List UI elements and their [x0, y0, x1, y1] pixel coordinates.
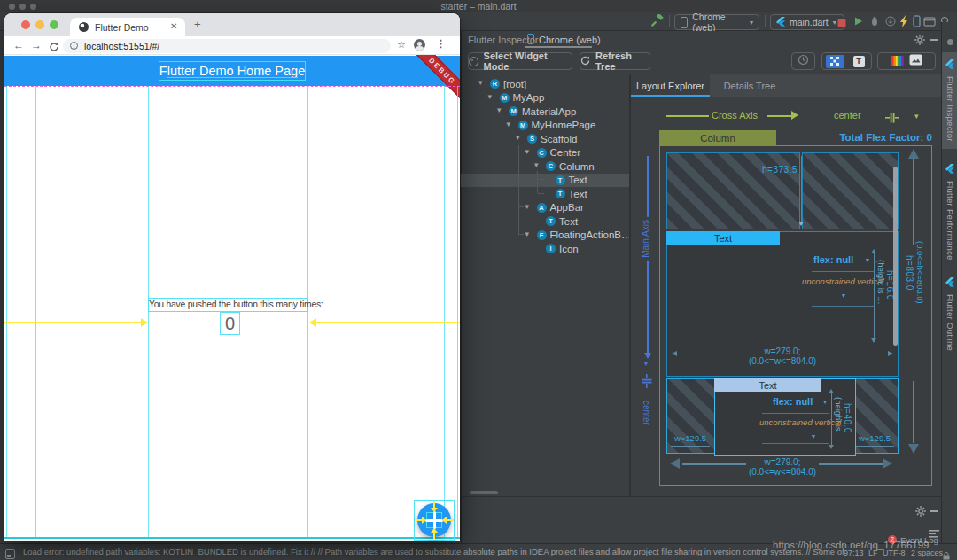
tree-horizontal-scrollbar[interactable]: [470, 491, 498, 494]
expand-chevron-icon[interactable]: ▾: [497, 105, 502, 114]
child1-flex-label[interactable]: flex: null: [813, 254, 853, 265]
child2-header[interactable]: Text: [714, 378, 821, 392]
status-message[interactable]: Load error: undefined path variables: KO…: [23, 547, 847, 556]
width-measure-line: [819, 463, 883, 465]
browser-close-button[interactable]: [21, 20, 30, 29]
expand-chevron-icon[interactable]: ▾: [525, 202, 530, 211]
tree-node-myapp[interactable]: ▾MMyApp: [461, 91, 629, 105]
panel-divider: [629, 74, 631, 496]
show-baselines-toggle[interactable]: T: [850, 55, 868, 68]
expand-chevron-icon[interactable]: ▾: [525, 229, 530, 238]
tab-close-icon[interactable]: ✕: [170, 21, 177, 31]
browser-minimize-button[interactable]: [35, 20, 44, 29]
main-axis-alignment-value[interactable]: center: [642, 401, 651, 425]
highlight-repaints-icon[interactable]: [891, 55, 904, 67]
back-icon[interactable]: ←: [13, 39, 24, 51]
sidebar-tab-flutter-performance[interactable]: Flutter Performance: [942, 157, 957, 262]
new-tab-icon[interactable]: +: [194, 18, 201, 31]
alignment-arrow-right: [141, 318, 148, 327]
page-info-icon[interactable]: i: [70, 42, 78, 50]
ant-icon: [946, 34, 954, 50]
expand-chevron-icon[interactable]: ▾: [534, 160, 539, 169]
expand-chevron-icon[interactable]: ▾: [525, 147, 530, 156]
tree-node-text[interactable]: TText: [461, 174, 629, 188]
child2-flex-label[interactable]: flex: null: [773, 396, 813, 407]
run-button-icon[interactable]: [852, 15, 864, 31]
show-guidelines-toggle[interactable]: [826, 55, 844, 68]
debug-button-icon[interactable]: [868, 15, 881, 31]
tree-node-text[interactable]: TText: [461, 214, 629, 229]
url-text[interactable]: localhost:51551/#/: [84, 41, 160, 51]
counter-caption: You have pushed the button this many tim…: [149, 299, 307, 309]
inspector-settings-gear-icon[interactable]: [914, 34, 926, 50]
child1-header[interactable]: Text: [666, 231, 780, 245]
child2-left-free-width: w=129.5: [668, 433, 712, 443]
child2-width-constraint: (0.0<=w<=804.0): [734, 467, 831, 477]
refresh-tree-button[interactable]: Refresh Tree: [580, 52, 650, 70]
inspector-minimize-icon[interactable]: [930, 39, 938, 41]
column-widget-header[interactable]: Column: [659, 130, 776, 145]
tool-windows-icon[interactable]: [923, 15, 936, 31]
forward-icon[interactable]: →: [31, 39, 42, 51]
main-axis-chevron-icon[interactable]: ▾: [644, 360, 648, 368]
tree-node-icon[interactable]: IIcon: [461, 242, 629, 256]
run-config-dropdown[interactable]: main.dart ▾: [770, 14, 844, 30]
attach-device-icon[interactable]: [911, 15, 922, 31]
child1-constraint-note: unconstrained vertical: [802, 276, 883, 286]
child2-fit-dropdown-icon[interactable]: ▾: [812, 432, 815, 440]
tree-node-appbar[interactable]: ▾AAppBar: [461, 201, 629, 215]
child2-constraint-note: unconstrained vertical: [759, 417, 841, 427]
highlight-oversized-images-icon[interactable]: [909, 53, 922, 69]
tree-node-floatingactionb-[interactable]: ▾FFloatingActionB…: [461, 229, 629, 243]
explorer-vertical-scrollbar[interactable]: [893, 167, 898, 346]
width-measure-line: [831, 354, 888, 354]
reload-icon[interactable]: [49, 40, 59, 56]
sidebar-tab-flutter-inspector[interactable]: Flutter Inspector: [942, 52, 957, 149]
child1-fit-dropdown-icon[interactable]: ▾: [842, 292, 845, 299]
tree-node--root-[interactable]: ▾R[root]: [461, 77, 629, 91]
tree-node-column[interactable]: ▾CColumn: [461, 159, 629, 174]
browser-navbar: ← → i localhost:51551/#/ ☆ ⋮: [4, 36, 460, 55]
tree-node-scaffold[interactable]: ▾SScaffold: [461, 132, 629, 146]
tree-node-center[interactable]: ▾CCenter: [461, 146, 629, 160]
profiler-button-icon[interactable]: [884, 15, 897, 31]
cross-axis-alignment-value[interactable]: center: [834, 110, 861, 121]
expand-chevron-icon[interactable]: ▾: [488, 92, 493, 101]
profile-avatar[interactable]: [414, 39, 425, 51]
select-widget-mode-button[interactable]: Select Widget Mode: [468, 52, 572, 70]
tab-layout-explorer-label: Layout Explorer: [636, 81, 704, 91]
fab-arrow-left: [442, 517, 447, 524]
child2-flex-dropdown-icon[interactable]: ▾: [823, 398, 827, 406]
toggle-toolwindows-icon[interactable]: [5, 547, 15, 560]
child1-flex-dropdown-icon[interactable]: ▾: [866, 256, 869, 264]
readonly-lock-icon[interactable]: [943, 548, 950, 560]
url-bar[interactable]: i localhost:51551/#/: [63, 39, 391, 53]
footer-settings-gear-icon[interactable]: [914, 505, 927, 521]
cross-axis-align-icon: [885, 111, 899, 127]
device-tab-label[interactable]: Chrome (web): [539, 35, 601, 45]
tree-node-text[interactable]: TText: [461, 187, 629, 201]
browser-tab[interactable]: Flutter Demo ✕: [70, 18, 185, 36]
browser-zoom-button[interactable]: [50, 20, 58, 29]
hot-reload-icon[interactable]: [899, 15, 909, 31]
tree-node-myhomepage[interactable]: ▾MMyHomePage: [461, 119, 629, 133]
tab-details-tree[interactable]: Details Tree: [710, 74, 790, 97]
expand-chevron-icon[interactable]: ▾: [507, 120, 511, 128]
debug-guide-vertical: [6, 86, 7, 538]
child2-height-measure-line: [831, 393, 832, 446]
expand-chevron-icon[interactable]: ▾: [478, 78, 483, 87]
stop-icon[interactable]: [836, 16, 847, 32]
cross-axis-dropdown-icon[interactable]: ▾: [914, 112, 919, 121]
big-arrow-down: [908, 444, 919, 454]
footer-minimize-icon[interactable]: [930, 510, 938, 512]
build-hammer-icon[interactable]: [651, 14, 665, 31]
tree-node-label: FloatingActionB…: [550, 229, 630, 240]
browser-menu-icon[interactable]: ⋮: [436, 38, 446, 50]
timeline-clock-button[interactable]: [791, 52, 815, 70]
device-selector-dropdown[interactable]: Chrome (web) ▾: [674, 14, 759, 30]
tree-node-materialapp[interactable]: ▾MMaterialApp: [461, 105, 629, 119]
measure-arrow-down: [871, 338, 876, 343]
expand-chevron-icon[interactable]: ▾: [516, 133, 520, 142]
sidebar-tab-flutter-outline[interactable]: Flutter Outline: [942, 270, 957, 360]
bookmark-star-icon[interactable]: ☆: [397, 39, 406, 51]
